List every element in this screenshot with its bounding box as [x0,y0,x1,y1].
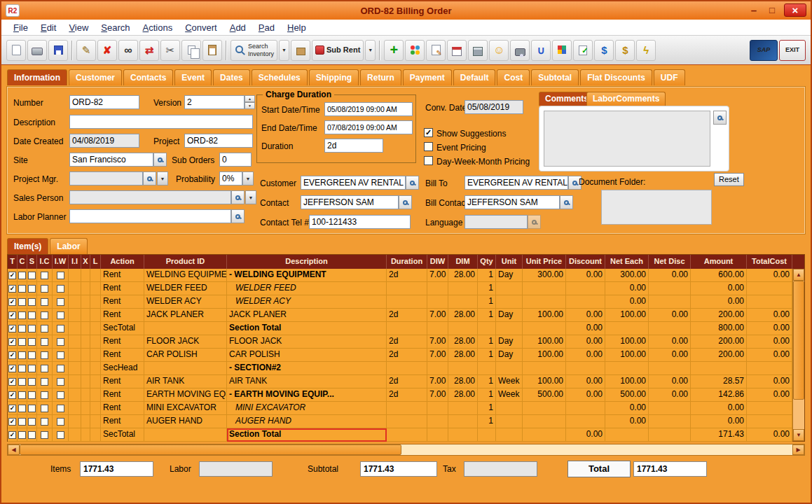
bill-to-field[interactable]: EVERGREEN AV RENTAL [465,176,568,190]
horizontal-scrollbar[interactable] [7,444,805,456]
cell-net-disc[interactable] [649,295,691,309]
cell-action[interactable]: Rent [101,375,144,388]
cell-description[interactable]: AIR TANK [227,375,387,388]
cell-net-disc[interactable]: 0.00 [649,309,691,322]
cell-product-id[interactable]: EARTH MOVING EQUI... [144,388,227,402]
cell-action[interactable]: SecTotal [101,322,144,335]
cell-net-each[interactable]: 500.00 [605,388,649,402]
cell-product-id[interactable]: WELDING EQUIPMENT [144,269,227,282]
cell-amount[interactable]: 0.00 [691,282,747,295]
cell-diw[interactable] [427,428,448,442]
cell-diw[interactable]: 7.00 [427,349,448,362]
cell-discount[interactable] [566,282,605,295]
cell-product-id[interactable]: FLOOR JACK [144,335,227,349]
cell-duration[interactable] [387,295,427,309]
smiley-button[interactable] [489,40,509,61]
col-i-w[interactable]: I.W [53,255,69,269]
cell-product-id[interactable]: JACK PLANER [144,309,227,322]
cell-discount[interactable] [566,295,605,309]
cell-description[interactable]: - EARTH MOVING EQUIP... [227,388,387,402]
cell-qty[interactable]: 1 [478,388,496,402]
comments-textarea[interactable] [544,111,710,167]
sub-orders-field[interactable]: 0 [219,153,252,167]
cell-product-id[interactable]: MINI EXCAVATOR [144,402,227,415]
cell-action[interactable]: Rent [101,269,144,282]
customer-field[interactable]: EVERGREEN AV RENTAL [301,176,406,190]
check-t[interactable] [8,269,18,282]
cell-duration[interactable] [387,402,427,415]
cell-totalcost[interactable] [747,282,792,295]
cell-description[interactable]: JACK PLANER [227,309,387,322]
cell-totalcost[interactable]: 0.00 [747,375,792,388]
cell-totalcost[interactable] [747,415,792,428]
day-week-month-pricing-checkbox[interactable] [424,156,433,165]
check-iw[interactable] [53,322,69,335]
cell-net-disc[interactable] [649,322,691,335]
col-amount[interactable]: Amount [691,255,747,269]
check-c[interactable] [18,402,27,415]
menu-view[interactable]: View [62,21,95,34]
cell-qty[interactable] [478,322,496,335]
check-iw[interactable] [53,428,69,442]
cell-unit-price[interactable] [523,428,566,442]
cell-duration[interactable] [387,282,427,295]
magnet-button[interactable] [531,40,551,61]
vertical-scroll-thumb[interactable] [793,281,804,400]
version-spinner[interactable] [245,95,255,109]
check-s[interactable] [27,375,37,388]
cell-totalcost[interactable]: 0.00 [747,349,792,362]
grid-row[interactable]: RentCAR POLISHCAR POLISH2d7.0028.001Day1… [8,349,792,362]
check-ic[interactable] [37,388,53,402]
check-iw[interactable] [53,388,69,402]
cell-unit[interactable]: Week [496,375,523,388]
cell-description[interactable]: FLOOR JACK [227,335,387,349]
check-ic[interactable] [37,269,53,282]
version-field[interactable]: 2 [184,95,245,109]
cell-net-each[interactable]: 0.00 [605,415,649,428]
check-ic[interactable] [37,295,53,309]
cell-diw[interactable] [427,322,448,335]
calendar-button[interactable] [447,40,467,61]
tab-flat-discounts[interactable]: Flat Discounts [580,69,652,85]
col-i-c[interactable]: I.C [37,255,53,269]
check-iw[interactable] [53,402,69,415]
col-i-i[interactable]: I.I [69,255,81,269]
menu-add[interactable]: Add [223,21,252,34]
cell-amount[interactable]: 200.00 [691,309,747,322]
cell-qty[interactable]: 1 [478,349,496,362]
tab-dates[interactable]: Dates [213,69,250,85]
grid-row[interactable]: SecHead- SECTION#2 [8,362,792,375]
check-ic[interactable] [37,362,53,375]
check-c[interactable] [18,322,27,335]
cell-product-id[interactable] [144,322,227,335]
cell-net-disc[interactable] [649,402,691,415]
cell-action[interactable]: Rent [101,282,144,295]
check-c[interactable] [18,375,27,388]
cell-net-disc[interactable]: 0.00 [649,349,691,362]
cell-action[interactable]: Rent [101,335,144,349]
cell-duration[interactable] [387,362,427,375]
cell-unit-price[interactable]: 100.00 [523,375,566,388]
document-folder-box[interactable] [601,190,712,225]
cell-amount[interactable]: 600.00 [691,269,747,282]
cell-product-id[interactable]: WELDER ACY [144,295,227,309]
tab-labor-comments[interactable]: LaborComments [586,92,666,106]
people-button[interactable] [405,40,425,61]
cell-unit-price[interactable] [523,295,566,309]
col-s[interactable]: S [27,255,37,269]
search-inventory-dropdown[interactable] [279,40,289,61]
copy-button[interactable] [181,40,201,61]
cell-qty[interactable]: 1 [478,402,496,415]
print-button[interactable] [27,40,47,61]
bill-contact-search-button[interactable] [560,195,573,209]
paste-button[interactable] [202,40,222,61]
check-t[interactable] [8,362,18,375]
check-ic[interactable] [37,335,53,349]
check-s[interactable] [27,402,37,415]
col-duration[interactable]: Duration [387,255,427,269]
cell-description[interactable]: CAR POLISH [227,349,387,362]
col-unit[interactable]: Unit [496,255,523,269]
cell-diw[interactable]: 7.00 [427,335,448,349]
cell-diw[interactable]: 7.00 [427,269,448,282]
menu-convert[interactable]: Convert [179,21,223,34]
